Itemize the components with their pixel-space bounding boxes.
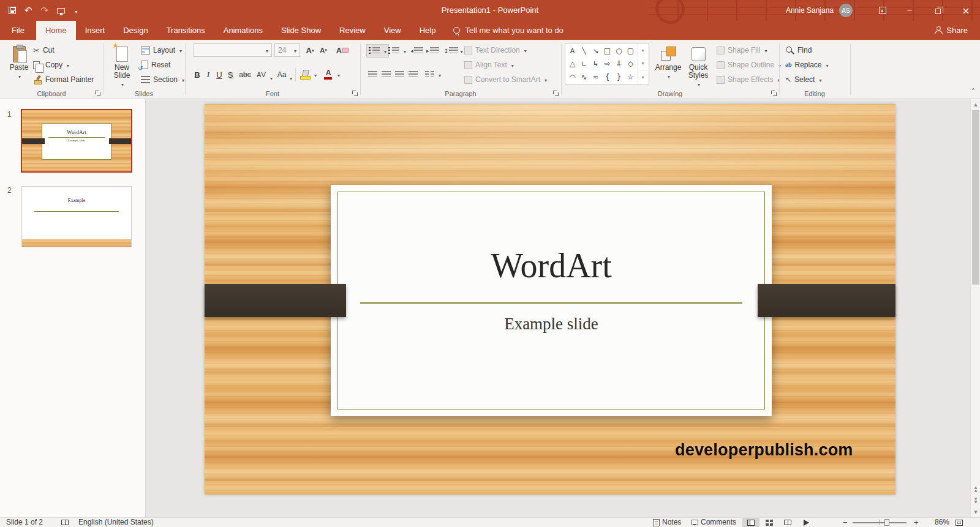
tab-transitions[interactable]: Transitions — [157, 21, 214, 40]
copy-button[interactable]: Copy — [33, 58, 69, 72]
undo-icon[interactable] — [24, 5, 32, 16]
clear-formatting-button[interactable] — [334, 43, 350, 57]
font-dialog-launcher[interactable] — [352, 91, 358, 96]
font-name-combobox[interactable] — [194, 43, 272, 57]
arrange-button[interactable]: Arrange — [654, 42, 682, 95]
zoom-slider-knob[interactable] — [884, 519, 889, 526]
comments-button[interactable]: Comments — [691, 518, 736, 527]
shape-oval[interactable] — [613, 44, 625, 57]
shape-effects-button[interactable]: Shape Effects — [717, 73, 780, 86]
slide-content-card[interactable]: WordArt Example slide — [331, 185, 772, 416]
line-spacing-button[interactable] — [443, 44, 462, 58]
slide-1-thumbnail[interactable]: WordArt Example slide — [22, 110, 131, 171]
restore-button[interactable] — [924, 0, 952, 21]
shape-fill-button[interactable]: Shape Fill — [717, 43, 767, 57]
watermark-text[interactable]: developerpublish.com — [675, 441, 853, 460]
shape-curve[interactable] — [578, 70, 590, 83]
zoom-level[interactable]: 86% — [926, 518, 949, 527]
shape-line[interactable] — [578, 45, 590, 58]
start-slideshow-icon[interactable] — [57, 8, 65, 13]
slideshow-view-button[interactable] — [797, 518, 815, 527]
shape-left-brace[interactable] — [601, 70, 613, 83]
font-color-button[interactable] — [323, 68, 340, 81]
tab-home[interactable]: Home — [36, 21, 76, 40]
paragraph-dialog-launcher[interactable] — [553, 91, 559, 96]
replace-button[interactable]: Replace — [785, 58, 829, 72]
zoom-out-button[interactable]: − — [843, 518, 848, 527]
shape-down-arrow[interactable] — [613, 58, 625, 70]
shape-outline-button[interactable]: Shape Outline — [717, 58, 781, 72]
vertical-scrollbar[interactable] — [970, 99, 980, 517]
shrink-font-button[interactable] — [317, 43, 330, 57]
tab-slide-show[interactable]: Slide Show — [272, 21, 330, 40]
shape-star[interactable] — [625, 70, 636, 83]
align-right-button[interactable] — [393, 68, 405, 81]
align-left-button[interactable] — [366, 68, 379, 81]
drawing-dialog-launcher[interactable] — [771, 91, 777, 96]
save-icon[interactable] — [9, 7, 16, 14]
shapes-gallery-more-button[interactable] — [638, 70, 647, 84]
zoom-slider-track[interactable] — [853, 518, 907, 527]
decrease-indent-button[interactable] — [410, 44, 423, 58]
shape-scribble[interactable] — [590, 70, 601, 83]
avatar[interactable]: AS — [839, 4, 853, 17]
new-slide-button[interactable]: New Slide — [108, 42, 136, 95]
clipboard-dialog-launcher[interactable] — [95, 91, 100, 96]
slide-sorter-view-button[interactable] — [761, 518, 778, 527]
align-center-button[interactable] — [380, 68, 392, 81]
shape-rounded-rectangle[interactable] — [625, 44, 636, 57]
previous-slide-button[interactable] — [971, 483, 980, 494]
columns-button[interactable] — [425, 68, 441, 81]
shape-text-box[interactable] — [567, 45, 578, 58]
shape-elbow-connector[interactable] — [578, 58, 590, 70]
slide-title-text[interactable]: WordArt — [331, 246, 772, 285]
highlight-color-button[interactable] — [300, 68, 317, 81]
change-case-button[interactable]: Aa — [276, 68, 288, 81]
striketh[interactable]: abc — [237, 68, 253, 81]
section-button[interactable]: Section — [141, 73, 184, 86]
underline-button[interactable]: U — [214, 68, 224, 81]
tab-view[interactable]: View — [375, 21, 410, 40]
italic-button[interactable]: I — [204, 68, 213, 81]
find-button[interactable]: Find — [785, 43, 812, 57]
normal-view-button[interactable] — [742, 518, 760, 527]
character-spacing-button[interactable]: AV — [255, 68, 268, 81]
font-size-combobox[interactable]: 24 — [274, 43, 300, 57]
tab-design[interactable]: Design — [114, 21, 157, 40]
bold-button[interactable]: B — [192, 68, 202, 81]
format-painter-button[interactable]: Format Painter — [33, 73, 94, 86]
ribbon-display-options-button[interactable] — [870, 0, 895, 21]
align-text-button[interactable]: Align Text — [464, 58, 514, 72]
zoom-slider[interactable] — [853, 518, 907, 527]
shape-right-arrow[interactable] — [601, 58, 613, 70]
shape-triangle[interactable] — [567, 58, 578, 70]
redo-icon[interactable] — [41, 5, 49, 16]
reading-view-button[interactable] — [779, 518, 796, 527]
text-direction-button[interactable]: Text Direction — [464, 43, 527, 57]
text-shadow-button[interactable]: S — [225, 68, 235, 81]
grow-font-button[interactable] — [304, 43, 316, 57]
justify-button[interactable] — [407, 68, 419, 81]
tell-me-box[interactable]: Tell me what you want to do — [453, 21, 563, 40]
notes-button[interactable]: Notes — [653, 518, 681, 527]
layout-button[interactable]: Layout — [141, 43, 182, 57]
cut-button[interactable]: Cut — [33, 43, 55, 57]
customize-qat-caret[interactable] — [74, 5, 77, 16]
slide-counter[interactable]: Slide 1 of 2 — [6, 518, 43, 527]
quick-styles-button[interactable]: Quick Styles — [684, 42, 713, 95]
shape-rectangle[interactable] — [601, 44, 613, 57]
shapes-scroll-down-button[interactable] — [638, 57, 647, 70]
numbering-button[interactable] — [388, 44, 406, 58]
bullets-button[interactable] — [366, 44, 389, 58]
slide-subtitle-text[interactable]: Example slide — [331, 315, 772, 334]
zoom-in-button[interactable]: + — [914, 518, 919, 527]
tab-review[interactable]: Review — [330, 21, 375, 40]
slide-left-banner-shape[interactable] — [205, 284, 346, 317]
next-slide-button[interactable] — [971, 495, 980, 506]
close-button[interactable] — [952, 0, 980, 21]
tab-animations[interactable]: Animations — [214, 21, 272, 40]
increase-indent-button[interactable] — [426, 44, 439, 58]
shape-line-arrow[interactable] — [590, 45, 601, 58]
select-button[interactable]: Select — [785, 73, 821, 86]
shape-elbow-arrow-connector[interactable] — [590, 58, 601, 70]
